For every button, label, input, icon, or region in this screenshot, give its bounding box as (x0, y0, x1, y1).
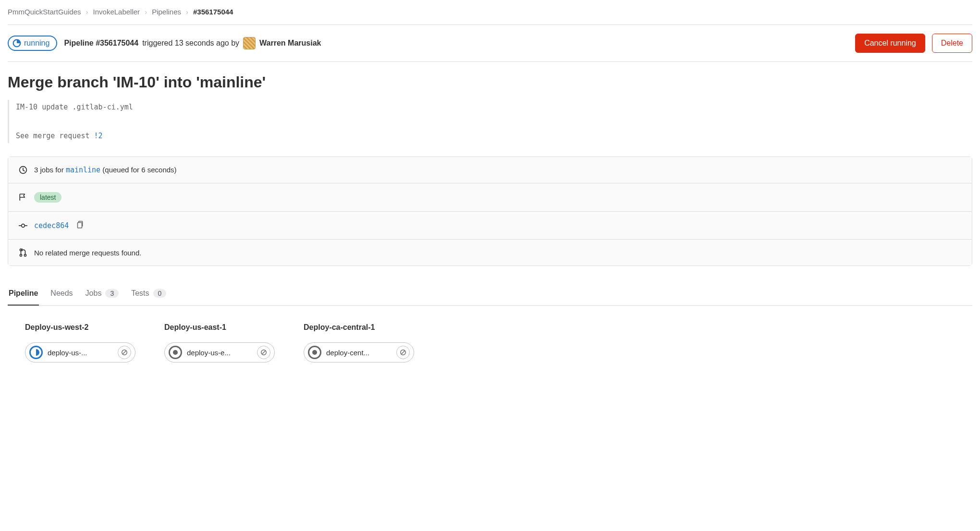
commit-title: Merge branch 'IM-10' into 'mainline' (8, 73, 972, 91)
breadcrumb-item-current: #356175044 (193, 8, 233, 16)
svg-line-10 (123, 351, 126, 354)
job-pill[interactable]: deploy-cent... (304, 342, 414, 362)
job-pill[interactable]: deploy-us-e... (164, 342, 275, 362)
running-icon (12, 39, 21, 48)
cancel-job-button[interactable] (118, 346, 131, 359)
delete-button[interactable]: Delete (932, 34, 972, 53)
job-pill[interactable]: deploy-us-... (25, 342, 135, 362)
commit-description: IM-10 update .gitlab-ci.yml See merge re… (8, 100, 972, 143)
stage-name: Deploy-ca-central-1 (304, 323, 414, 332)
merge-request-icon (19, 248, 27, 257)
chevron-right-icon: › (186, 8, 188, 16)
svg-point-7 (20, 254, 22, 256)
svg-line-14 (402, 351, 405, 354)
commit-desc-line: IM-10 update .gitlab-ci.yml (16, 100, 972, 114)
clock-icon (19, 166, 27, 174)
tab-pipeline[interactable]: Pipeline (8, 282, 39, 306)
created-icon (308, 346, 321, 359)
stage: Deploy-ca-central-1 deploy-cent... (304, 323, 414, 362)
created-icon (169, 346, 182, 359)
pipeline-title: Pipeline #356175044 triggered 13 seconds… (64, 37, 321, 49)
stage: Deploy-us-west-2 deploy-us-... (25, 323, 135, 362)
job-name: deploy-cent... (326, 349, 392, 357)
chevron-right-icon: › (145, 8, 147, 16)
tab-jobs[interactable]: Jobs 3 (85, 282, 120, 306)
stage-name: Deploy-us-east-1 (164, 323, 275, 332)
pipeline-header: running Pipeline #356175044 triggered 13… (8, 25, 972, 62)
tabs: Pipeline Needs Jobs 3 Tests 0 (8, 282, 972, 306)
branch-link[interactable]: mainline (66, 166, 100, 174)
status-badge-running[interactable]: running (8, 36, 57, 51)
info-row-commit: cedec864 (8, 212, 972, 240)
commit-desc-line: See merge request !2 (16, 129, 972, 143)
pipeline-id: Pipeline #356175044 (64, 39, 138, 48)
commit-sha-link[interactable]: cedec864 (34, 221, 69, 230)
job-name: deploy-us-... (48, 349, 113, 357)
status-text: running (24, 39, 49, 48)
pipeline-info-panel: 3 jobs for mainline (queued for 6 second… (8, 157, 972, 266)
tab-count: 0 (153, 289, 167, 298)
flag-icon (19, 193, 27, 202)
author-name[interactable]: Warren Marusiak (259, 39, 321, 48)
merge-request-text: No related merge requests found. (34, 249, 141, 257)
breadcrumb-item[interactable]: Pipelines (152, 8, 181, 16)
breadcrumb-item[interactable]: InvokeLabeller (93, 8, 140, 16)
stage: Deploy-us-east-1 deploy-us-e... (164, 323, 275, 362)
cancel-job-button[interactable] (257, 346, 270, 359)
svg-point-2 (22, 224, 25, 227)
breadcrumb-item[interactable]: PmmQuickStartGuides (8, 8, 81, 16)
info-row-tags: latest (8, 183, 972, 212)
merge-request-link[interactable]: !2 (94, 132, 103, 140)
commit-icon (19, 221, 27, 230)
cancel-job-button[interactable] (396, 346, 410, 359)
tab-needs[interactable]: Needs (49, 282, 74, 306)
tab-count: 3 (105, 289, 119, 298)
pipeline-trigger-text: triggered 13 seconds ago by (142, 39, 239, 48)
svg-rect-5 (78, 223, 82, 228)
tab-tests[interactable]: Tests 0 (130, 282, 167, 306)
info-row-jobs: 3 jobs for mainline (queued for 6 second… (8, 157, 972, 183)
chevron-right-icon: › (86, 8, 88, 16)
svg-line-12 (262, 351, 266, 354)
running-icon (29, 346, 43, 359)
cancel-running-button[interactable]: Cancel running (855, 34, 925, 53)
stage-name: Deploy-us-west-2 (25, 323, 135, 332)
pipeline-graph: Deploy-us-west-2 deploy-us-... Deploy-us… (8, 306, 972, 362)
job-name: deploy-us-e... (187, 349, 252, 357)
avatar[interactable] (243, 37, 256, 49)
svg-point-8 (24, 254, 26, 256)
info-row-merge-requests: No related merge requests found. (8, 240, 972, 266)
copy-icon[interactable] (75, 220, 84, 230)
tag-badge: latest (34, 192, 61, 203)
breadcrumb: PmmQuickStartGuides › InvokeLabeller › P… (8, 8, 972, 25)
